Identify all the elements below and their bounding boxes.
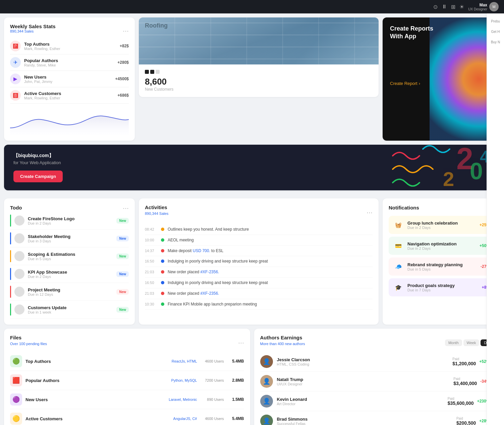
files-sub: Over 100 pending files <box>10 342 47 346</box>
roofing-card: Roofing <box>139 17 379 97</box>
todo-bar <box>10 215 11 227</box>
todo-item: Customers Update Due in 1 week New <box>10 301 129 319</box>
todo-label: Create FireStone Logo <box>28 216 74 221</box>
wave-chart <box>10 108 129 135</box>
todo-label: Stakeholder Meeting <box>28 234 70 239</box>
file-icon: 🟢 <box>10 355 22 367</box>
author-row: 👤 Jessie Clarcson HTML, CSS Coding Paid … <box>260 352 494 372</box>
sidebar-peek-item-3[interactable]: Buy N <box>490 38 501 46</box>
file-size: 5.4MB <box>227 416 244 421</box>
sidebar-peek-item-2[interactable]: Get H <box>490 28 501 36</box>
activity-row: 16:50 Indulging in poorly driving and ke… <box>145 256 373 267</box>
activity-link[interactable]: #XF-2356. <box>200 270 219 274</box>
stat-icon: ▶ <box>10 74 21 84</box>
square-light <box>156 70 160 74</box>
todo-title: Todo <box>10 205 22 210</box>
files-more-icon[interactable]: ⋯ <box>238 339 244 346</box>
user-info: Max UX Designer M <box>468 2 499 11</box>
todo-more-icon[interactable]: ⋯ <box>123 204 129 212</box>
todo-label: Scoping & Estimations <box>28 252 75 257</box>
notification-item: 💳 Navigation optimization Due in 2 Days … <box>389 237 494 255</box>
grid-icon[interactable]: ⊞ <box>451 4 455 10</box>
sidebar-peek-item-1[interactable]: Prebu <box>490 17 501 25</box>
stat-label: Top Authors <box>24 42 60 47</box>
file-label: New Users <box>25 397 48 402</box>
file-row: 🟢 Top Authors ReactJs, HTML 4600 Users 5… <box>10 352 244 371</box>
activities-sub: 890,344 Sales <box>145 211 168 216</box>
author-role: HTML, CSS Coding <box>277 362 310 366</box>
author-avatar: 👤 <box>260 355 273 368</box>
stat-info: Top Authors Mark, Rowling, Esther <box>24 42 60 51</box>
stat-sub: John, Pat, Jimmy <box>24 80 52 84</box>
stat-value: +82$ <box>120 44 129 48</box>
todo-due: Due in 12 Days <box>28 292 60 296</box>
activity-row: 10:00 AEOL meeting <box>145 235 373 246</box>
activity-link[interactable]: USD 700. <box>193 248 210 253</box>
todo-item: Project Meeting Due in 12 Days New <box>10 283 129 301</box>
todo-item: KPI App Showcase Due in 2 Days New <box>10 265 129 283</box>
stat-rows: 🅿 Top Authors Mark, Rowling, Esther +82$… <box>10 38 129 104</box>
theme-icon[interactable]: ☀ <box>459 4 464 10</box>
author-rows: 👤 Jessie Clarcson HTML, CSS Coding Paid … <box>260 352 494 425</box>
user-role: UX Designer <box>468 7 487 11</box>
todo-info: Create FireStone Logo Due in 2 Days <box>28 216 74 225</box>
weekly-more-icon[interactable]: ⋯ <box>123 27 129 35</box>
tab-week[interactable]: Week <box>463 339 480 346</box>
activity-dot <box>161 270 164 274</box>
author-row: 👤 Kevin Leonard Art Director Paid $35,60… <box>260 391 494 411</box>
create-campaign-button[interactable]: Create Campaign <box>13 171 63 182</box>
author-avatar: 👤 <box>260 375 273 388</box>
notif-due: Due in 2 Days <box>407 226 458 230</box>
main-grid-row2: Todo ⋯ Create FireStone Logo Due in 2 Da… <box>0 194 504 329</box>
paid-label: Paid <box>448 397 474 400</box>
todo-badge: New <box>116 307 129 313</box>
activity-link[interactable]: #XF-2356. <box>200 291 219 296</box>
todo-label: KPI App Showcase <box>28 270 67 275</box>
activity-text: Indulging in poorly driving and keep str… <box>168 258 268 264</box>
nc-number: 8,600 <box>145 77 373 87</box>
todo-due: Due in 1 week <box>28 310 67 314</box>
stat-value: +280$ <box>117 60 129 65</box>
reports-card: Create Reports With App Create Report › <box>383 17 500 141</box>
stat-row: ✈ Popular Authors Randy, Steve, Mike +28… <box>10 54 129 71</box>
activity-row: 14:37 Make deposit USD 700. to ESL <box>145 246 373 256</box>
files-title: Files <box>10 335 47 340</box>
notif-due: Due in 5 Days <box>407 267 463 271</box>
search-icon[interactable]: ⊙ <box>433 4 438 10</box>
authors-earnings-card: Authors Earnings More than 400 new autho… <box>254 329 500 425</box>
avatar[interactable]: M <box>489 2 499 11</box>
todo-bar <box>10 286 11 298</box>
author-role: Art Director <box>277 402 307 406</box>
activity-time: 14:37 <box>145 248 158 253</box>
stat-info: Popular Authors Randy, Steve, Mike <box>24 58 58 67</box>
todo-label: Project Meeting <box>28 287 60 292</box>
author-row: 👤 Natali Trump UI/UX Designer Paid $3,40… <box>260 372 494 391</box>
activity-dot <box>161 259 164 263</box>
file-icon: 🟥 <box>10 374 22 386</box>
todo-badge: New <box>116 289 129 295</box>
reports-title: Create Reports With App <box>390 25 493 41</box>
todo-item: Create FireStone Logo Due in 2 Days New <box>10 212 129 230</box>
todo-bar <box>10 250 11 262</box>
stats-icon[interactable]: ⏸ <box>442 4 447 10</box>
activity-dot <box>161 281 164 284</box>
ae-header: Authors Earnings More than 400 new autho… <box>260 335 494 350</box>
notification-item: 🧺 Group lunch celebration Due in 2 Days … <box>389 216 494 234</box>
todo-badge: New <box>116 236 129 241</box>
activities-more-icon[interactable]: ⋯ <box>367 209 373 216</box>
tab-month[interactable]: Month <box>445 339 462 346</box>
todo-avatar <box>14 216 24 226</box>
stat-row: ▶ New Users John, Pat, Jimmy +4500$ <box>10 71 129 87</box>
activity-time: 08:42 <box>145 227 158 231</box>
file-icon: 🟡 <box>10 413 22 425</box>
create-report-link[interactable]: Create Report › <box>390 81 493 86</box>
author-amount: $3,400,000 <box>453 381 477 386</box>
reports-content: Create Reports With App Create Report › <box>383 17 500 93</box>
paid-label: Paid <box>453 377 477 381</box>
notifications-card: Notifications ⋯ 🧺 Group lunch celebratio… <box>383 198 500 325</box>
stat-label: Active Customers <box>24 91 61 96</box>
notif-due: Due in 2 Days <box>407 246 457 250</box>
todo-info: Customers Update Due in 1 week <box>28 305 67 314</box>
file-row: 🟡 Active Customers AngularJS, C# 4600 Us… <box>10 409 244 425</box>
weekly-title: Weekly Sales Stats <box>10 23 56 29</box>
